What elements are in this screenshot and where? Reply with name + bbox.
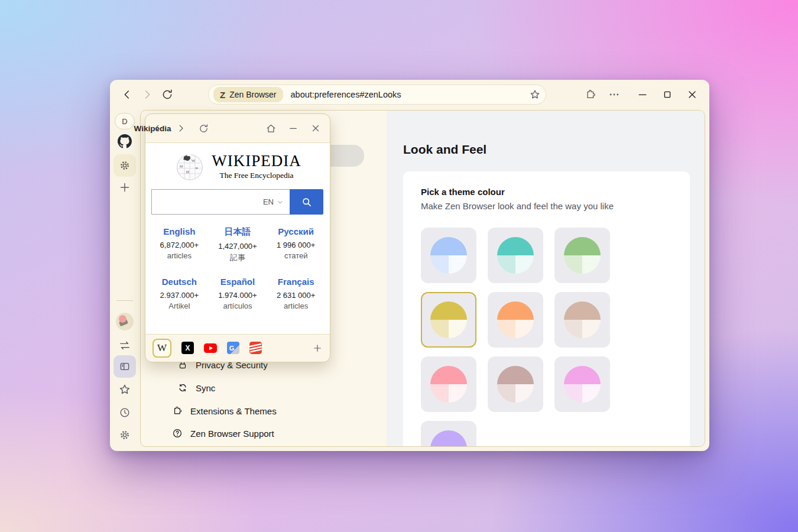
- close-button[interactable]: [682, 85, 702, 105]
- pip-reload-button[interactable]: [196, 121, 210, 135]
- theme-swatch-magenta[interactable]: [554, 356, 610, 412]
- svg-text:И: И: [186, 170, 189, 174]
- sidebar-toggle-active[interactable]: [113, 355, 136, 378]
- wikipedia-search-input[interactable]: EN: [151, 189, 290, 215]
- maximize-button[interactable]: [657, 85, 677, 105]
- card-title: Pick a theme colour: [421, 187, 505, 197]
- magnifier-icon: [301, 196, 313, 208]
- settings-gear-icon[interactable]: [118, 428, 132, 442]
- settings-content-pane: Look and Feel Pick a theme colour Make Z…: [387, 111, 705, 447]
- browser-toolbar: Z Zen Browser about:preferences#zenLooks: [110, 80, 709, 109]
- minimize-button[interactable]: [632, 85, 653, 105]
- history-clock-icon[interactable]: [118, 406, 132, 420]
- dock-add-icon[interactable]: [312, 343, 323, 353]
- wikipedia-language-grid: English6,872,000+articles日本語1,427,000+記事…: [150, 226, 325, 310]
- site-identity-badge[interactable]: Z Zen Browser: [213, 87, 283, 102]
- theme-swatch-orange[interactable]: [488, 292, 543, 348]
- language-link[interactable]: Français2 631 000+articles: [267, 277, 325, 310]
- theme-swatch-green[interactable]: [554, 228, 610, 283]
- language-link[interactable]: Русский1 996 000+статей: [267, 226, 325, 263]
- extensions-icon[interactable]: [580, 85, 601, 105]
- wikipedia-wordmark: WIKIPEDIA: [212, 153, 301, 169]
- pip-forward-button[interactable]: [174, 121, 188, 135]
- theme-swatch-yellow[interactable]: [421, 292, 476, 348]
- card-subtitle: Make Zen Browser look and feel the way y…: [421, 201, 614, 211]
- wikipedia-w-icon: W: [157, 342, 167, 354]
- dock-x-twitter-icon[interactable]: X: [181, 342, 194, 354]
- menu-ellipsis-icon[interactable]: [604, 85, 624, 105]
- site-identity-label: Zen Browser: [229, 90, 276, 99]
- pip-home-button[interactable]: [264, 121, 278, 135]
- nav-label: Extensions & Themes: [190, 406, 277, 416]
- forward-button[interactable]: [137, 85, 157, 105]
- svg-text:Ω: Ω: [180, 164, 183, 168]
- pip-close-button[interactable]: [309, 121, 323, 135]
- pip-back-button[interactable]: [150, 121, 164, 135]
- new-tab-plus-icon[interactable]: [118, 180, 132, 194]
- back-button[interactable]: [117, 85, 137, 105]
- theme-swatch-tan[interactable]: [554, 292, 610, 348]
- theme-swatch-mauve[interactable]: [488, 356, 543, 412]
- page-title: Look and Feel: [403, 142, 486, 157]
- swap-arrows-icon[interactable]: [118, 339, 132, 353]
- nav-label: Sync: [196, 383, 215, 393]
- settings-tab-active[interactable]: [113, 154, 136, 177]
- dock-todoist-icon[interactable]: [249, 342, 262, 354]
- language-link[interactable]: 日本語1,427,000+記事: [209, 226, 267, 263]
- profile-avatar[interactable]: [116, 313, 134, 330]
- language-link[interactable]: English6,872,000+articles: [150, 226, 209, 263]
- pip-dock: W X G: [145, 334, 330, 362]
- theme-swatch-blue[interactable]: [421, 228, 476, 283]
- bookmarks-star-icon[interactable]: [118, 382, 132, 397]
- language-selector[interactable]: EN: [263, 197, 274, 206]
- rail-divider: [116, 300, 133, 301]
- language-link[interactable]: Deutsch2.937.000+Artikel: [150, 277, 209, 310]
- theme-swatch-grid: [421, 228, 610, 447]
- chevron-down-icon: [277, 199, 284, 206]
- svg-text:W: W: [192, 158, 196, 163]
- dock-translate-icon[interactable]: G: [227, 342, 239, 354]
- sidebar-item-extensions-themes[interactable]: Extensions & Themes: [172, 404, 277, 418]
- wikipedia-search-button[interactable]: [290, 189, 323, 215]
- github-tab-icon[interactable]: [118, 134, 132, 148]
- theme-colour-card: Pick a theme colour Make Zen Browser loo…: [403, 171, 690, 447]
- url-text: about:preferences#zenLooks: [291, 90, 529, 99]
- sidebar-item-support[interactable]: Zen Browser Support: [172, 426, 274, 440]
- wikipedia-tagline: The Free Encyclopedia: [212, 171, 301, 180]
- wikipedia-page: Ω W И н WIKIPEDIA The Free Encyclopedia …: [145, 142, 330, 335]
- zen-logo-icon: Z: [220, 90, 225, 100]
- wikipedia-globe-icon: Ω W И н: [174, 152, 206, 181]
- sidebar-rail: D: [110, 109, 140, 451]
- wikipedia-pip-window: Wikipedia: [145, 113, 330, 362]
- theme-swatch-pink[interactable]: [421, 356, 476, 412]
- nav-label: Zen Browser Support: [190, 429, 274, 439]
- workspace-pill[interactable]: D: [115, 113, 135, 129]
- dock-wikipedia-active[interactable]: W: [153, 339, 171, 358]
- theme-swatch-teal[interactable]: [488, 228, 543, 283]
- reload-button[interactable]: [157, 85, 177, 105]
- pip-titlebar[interactable]: Wikipedia: [145, 114, 330, 142]
- desktop-background: Z Zen Browser about:preferences#zenLooks: [0, 0, 798, 532]
- sidebar-item-sync[interactable]: Sync: [177, 381, 215, 395]
- workspace-label: D: [122, 117, 127, 126]
- bookmark-star-icon[interactable]: [529, 89, 541, 100]
- language-link[interactable]: Español1.974.000+artículos: [209, 277, 267, 310]
- pip-minimize-button[interactable]: [286, 121, 300, 135]
- svg-text:н: н: [196, 166, 198, 170]
- theme-swatch-purple[interactable]: [421, 421, 476, 447]
- url-bar[interactable]: Z Zen Browser about:preferences#zenLooks: [208, 85, 546, 105]
- dock-youtube-icon[interactable]: [204, 343, 217, 353]
